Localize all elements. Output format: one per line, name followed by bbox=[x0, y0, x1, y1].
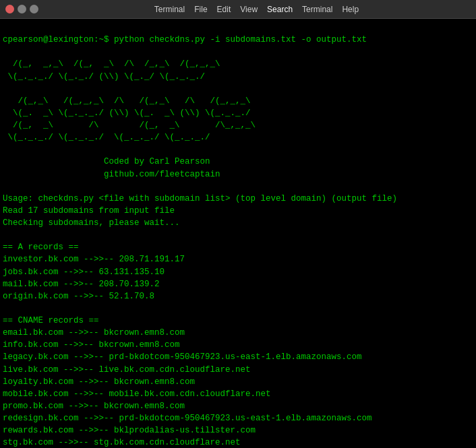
menu-terminal2[interactable]: Terminal bbox=[302, 5, 332, 14]
prompt-line-1: cpearson@lexington:~$ python checkdns.py… bbox=[3, 35, 367, 44]
a-record-1: investor.bk.com -->>-- 208.71.191.17 bbox=[3, 255, 185, 264]
a-records-header: == A records == bbox=[3, 243, 79, 252]
terminal-window[interactable]: cpearson@lexington:~$ python checkdns.py… bbox=[0, 19, 476, 448]
a-record-3: mail.bk.com -->>-- 208.70.139.2 bbox=[3, 280, 160, 289]
cname-10: stg.bk.com -->>-- stg.bk.com.cdn.cloudfl… bbox=[3, 438, 241, 447]
ascii-art-display: /(_, _,_\ /(_, _\ /\ /_,_\ /(_,_,_\ \(_.… bbox=[3, 59, 256, 142]
coded-by-line: Coded by Carl Pearson github.com/fleetca… bbox=[3, 157, 220, 179]
menu-help[interactable]: Help bbox=[342, 5, 359, 14]
close-button[interactable] bbox=[5, 5, 14, 13]
terminal-output: cpearson@lexington:~$ python checkdns.py… bbox=[3, 22, 473, 448]
cname-8: redesign.bk.com -->>-- prd-bkdotcom-9504… bbox=[3, 414, 372, 423]
cname-7: promo.bk.com -->>-- bkcrown.emn8.com bbox=[3, 402, 185, 411]
cname-3: legacy.bk.com -->>-- prd-bkdotcom-950467… bbox=[3, 352, 362, 362]
cname-5: loyalty.bk.com -->>-- bkcrown.emn8.com bbox=[3, 377, 195, 387]
menu-view[interactable]: View bbox=[240, 5, 258, 14]
usage-line: Usage: checkdns.py <file with subdomain … bbox=[3, 194, 397, 203]
cname-4: live.bk.com -->>-- live.bk.com.cdn.cloud… bbox=[3, 365, 251, 375]
read-line: Read 17 subdomains from input file bbox=[3, 206, 175, 216]
titlebar-center: Terminal File Edit View Search Terminal … bbox=[42, 5, 471, 14]
a-record-4: origin.bk.com -->>-- 52.1.70.8 bbox=[3, 292, 154, 301]
menu-search[interactable]: Search bbox=[267, 5, 293, 14]
window-controls bbox=[5, 5, 38, 13]
cname-2: info.bk.com -->>-- bkcrown.emn8.com bbox=[3, 340, 180, 350]
menu-edit[interactable]: Edit bbox=[217, 5, 231, 14]
maximize-button[interactable] bbox=[30, 5, 38, 13]
minimize-button[interactable] bbox=[18, 5, 26, 13]
cname-9: rewards.bk.com -->>-- bklprodalias-us.ti… bbox=[3, 426, 256, 435]
cname-header: == CNAME records == bbox=[3, 316, 99, 325]
menu-bar: Terminal File Edit View Search Terminal … bbox=[154, 5, 359, 14]
titlebar: Terminal File Edit View Search Terminal … bbox=[0, 0, 476, 19]
cname-1: email.bk.com -->>-- bkcrown.emn8.com bbox=[3, 328, 185, 338]
menu-file[interactable]: File bbox=[194, 5, 207, 14]
checking-line: Checking subdomains, please wait... bbox=[3, 218, 180, 228]
menu-terminal[interactable]: Terminal bbox=[154, 5, 185, 14]
a-record-2: jobs.bk.com -->>-- 63.131.135.10 bbox=[3, 267, 165, 277]
cname-6: mobile.bk.com -->>-- mobile.bk.com.cdn.c… bbox=[3, 389, 271, 399]
